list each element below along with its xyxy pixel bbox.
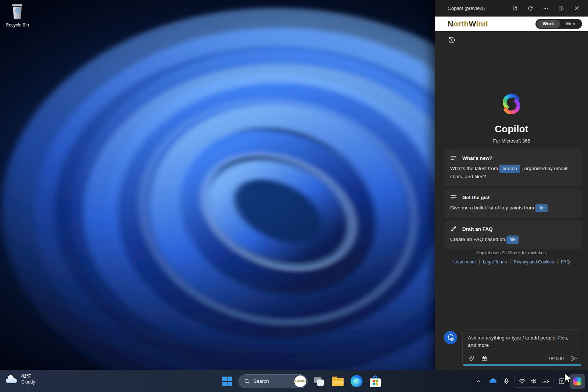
copilot-logo <box>499 92 524 116</box>
brand-bar: NorthWind Work Web <box>435 17 588 31</box>
toggle-work[interactable]: Work <box>537 20 560 28</box>
cloud-weather-icon <box>5 375 18 383</box>
card-get-the-gist[interactable]: Get the gist Give me a bullet list of ke… <box>444 189 582 218</box>
network-volume-battery-group[interactable] <box>514 375 553 388</box>
card-body: Give me a bullet list of key points from… <box>450 204 576 212</box>
chat-area: Copilot For Microsoft 365 What's new? Wh… <box>435 31 588 370</box>
search-label: Search <box>253 378 291 384</box>
panel-titlebar: Copilot (preview) <box>435 0 588 17</box>
input-placeholder: Ask me anything or type / to add people,… <box>468 334 577 349</box>
mouse-cursor <box>564 373 573 384</box>
edge-icon <box>351 375 363 387</box>
file-explorer-icon <box>332 377 344 386</box>
speaker-icon <box>530 378 537 385</box>
list-icon <box>450 194 457 201</box>
ai-disclaimer: Copilot uses AI. Check for mistakes. <box>435 250 588 255</box>
close-icon <box>574 6 580 11</box>
open-in-new-window-icon <box>512 6 518 11</box>
store-button[interactable] <box>368 374 383 389</box>
history-button[interactable] <box>446 35 457 46</box>
card-draft-an-faq[interactable]: Draft an FAQ Create an FAQ based onfile <box>444 220 582 249</box>
weather-widget[interactable]: 42°F Cloudy <box>5 374 35 385</box>
hero-subtitle: For Microsoft 365 <box>435 138 588 144</box>
search-icon <box>244 378 250 384</box>
chevron-up-icon <box>476 379 481 384</box>
northwind-logo: NorthWind <box>448 19 488 28</box>
card-title: What's new? <box>462 155 492 161</box>
file-chip[interactable]: file <box>535 204 548 212</box>
card-whats-new[interactable]: What's new? What's the latest fromperson… <box>444 150 582 186</box>
onedrive-icon <box>488 377 497 386</box>
search-northwind-badge: NorthWind <box>294 375 306 387</box>
person-chip[interactable]: person <box>499 165 520 173</box>
list-icon <box>450 155 457 161</box>
hidden-icons-button[interactable] <box>473 375 484 388</box>
new-chat-icon <box>447 334 455 342</box>
history-icon <box>448 36 456 44</box>
microphone-icon <box>503 378 510 385</box>
close-panel-button[interactable] <box>570 3 583 14</box>
refresh-icon <box>527 6 533 11</box>
link-privacy-cookies[interactable]: Privacy and Cookies <box>510 259 554 265</box>
char-counter: 0/4000 <box>549 356 564 361</box>
microphone-button[interactable] <box>501 375 512 388</box>
new-chat-button[interactable] <box>444 331 457 344</box>
card-body: What's the latest fromperson, organized … <box>450 165 576 181</box>
wifi-icon <box>519 378 526 385</box>
taskbar: 42°F Cloudy Search NorthWind <box>0 370 588 392</box>
windows-start-icon <box>222 377 232 386</box>
more-options-icon <box>543 6 549 11</box>
copilot-panel: Copilot (preview) <box>435 0 588 370</box>
split-view-button[interactable] <box>555 3 567 14</box>
edge-button[interactable] <box>349 374 364 389</box>
recycle-symbol-icon: ♻ <box>14 7 20 15</box>
copilot-icon <box>573 377 581 385</box>
legal-links: Learn more Legal Terms Privacy and Cooki… <box>435 259 588 265</box>
more-options-button[interactable] <box>539 3 552 14</box>
store-icon <box>370 378 381 387</box>
refresh-button[interactable] <box>524 3 537 14</box>
taskbar-search-box[interactable]: Search NorthWind <box>239 374 308 388</box>
link-legal-terms[interactable]: Legal Terms <box>479 259 507 265</box>
legal-footer: Copilot uses AI. Check for mistakes. Lea… <box>435 250 588 265</box>
send-icon[interactable] <box>570 355 577 362</box>
card-title: Draft an FAQ <box>462 226 493 232</box>
start-button[interactable] <box>220 374 234 389</box>
recycle-bin-label: Recycle Bin <box>3 22 32 28</box>
hero-title: Copilot <box>435 123 588 135</box>
open-in-new-window-button[interactable] <box>509 3 521 14</box>
suggestion-cards: What's new? What's the latest fromperson… <box>444 150 582 249</box>
onedrive-button[interactable] <box>487 375 498 388</box>
pencil-icon <box>450 226 457 232</box>
task-view-button[interactable] <box>312 374 326 389</box>
recycle-bin-shortcut[interactable]: ♻ Recycle Bin <box>3 2 32 28</box>
message-input[interactable]: Ask me anything or type / to add people,… <box>462 330 582 366</box>
link-learn-more[interactable]: Learn more <box>453 259 476 265</box>
panel-title: Copilot (preview) <box>448 6 485 11</box>
paperclip-icon[interactable] <box>468 355 474 362</box>
copilot-hero: Copilot For Microsoft 365 <box>435 92 588 144</box>
northwind-badge-text: NorthWind <box>294 380 307 382</box>
card-title: Get the gist <box>462 195 490 200</box>
prompts-gift-icon[interactable] <box>481 355 488 362</box>
file-explorer-button[interactable] <box>330 374 345 389</box>
work-web-toggle: Work Web <box>535 19 582 29</box>
weather-temp: 42°F <box>21 374 35 380</box>
split-view-icon <box>558 6 564 11</box>
link-faq[interactable]: FAQ <box>557 259 570 265</box>
card-body: Create an FAQ based onfile <box>450 235 576 244</box>
composer: Ask me anything or type / to add people,… <box>435 330 588 366</box>
weather-condition: Cloudy <box>21 380 35 385</box>
toggle-web[interactable]: Web <box>560 20 581 28</box>
file-chip[interactable]: file <box>506 235 519 244</box>
input-focus-underline <box>463 364 581 366</box>
task-view-icon <box>314 377 324 386</box>
battery-icon <box>541 378 549 385</box>
